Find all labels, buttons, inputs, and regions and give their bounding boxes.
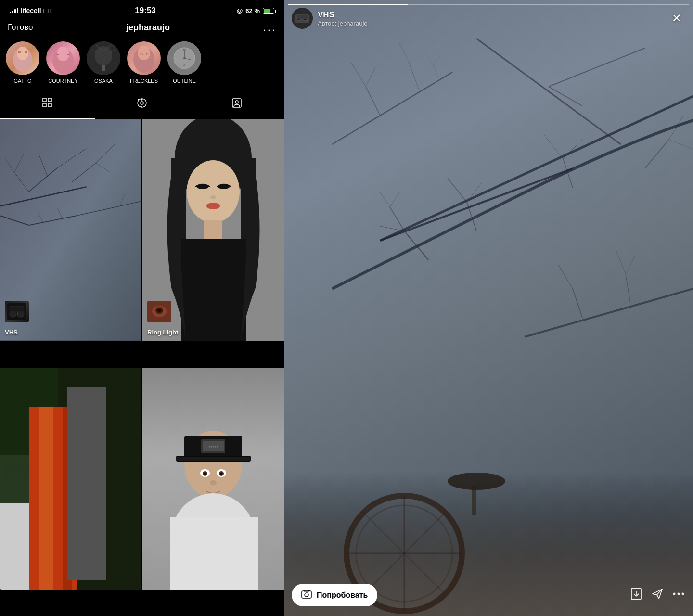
- svg-point-170: [682, 592, 684, 595]
- svg-point-37: [141, 99, 142, 100]
- try-filter-button[interactable]: Попробовать: [292, 584, 377, 606]
- svg-line-49: [5, 158, 14, 173]
- svg-point-145: [448, 473, 505, 490]
- svg-line-143: [363, 513, 445, 594]
- svg-line-150: [626, 274, 630, 303]
- svg-point-17: [141, 53, 142, 55]
- svg-line-117: [380, 226, 404, 231]
- svg-line-128: [351, 63, 366, 87]
- highlight-circle-gatto[interactable]: [6, 41, 39, 75]
- svg-line-136: [426, 53, 433, 65]
- highlights-section: GATTO COURTNEY: [0, 38, 284, 90]
- instagram-profile-panel: lifecell LTE 19:53 @ 62 % Готово jephara…: [0, 0, 284, 616]
- svg-point-18: [142, 54, 143, 55]
- svg-rect-157: [297, 15, 308, 19]
- highlight-label-freckles: FRECKLES: [130, 78, 158, 84]
- grid-item-outfit[interactable]: [0, 368, 141, 590]
- story-meta: VHS Автор: jepharaujo: [318, 10, 368, 27]
- svg-line-45: [58, 149, 87, 168]
- close-icon: ✕: [672, 12, 681, 25]
- svg-point-78: [157, 309, 161, 312]
- svg-line-134: [669, 140, 693, 149]
- svg-line-46: [38, 154, 48, 178]
- svg-line-48: [14, 154, 24, 173]
- highlight-item-courtney[interactable]: COURTNEY: [46, 41, 80, 84]
- tab-tagged[interactable]: [189, 90, 284, 119]
- svg-point-3: [25, 51, 27, 53]
- svg-line-118: [380, 192, 390, 207]
- grid-item-person[interactable]: ★★★★★: [142, 368, 284, 590]
- svg-point-70: [210, 195, 216, 199]
- profile-header: Готово jepharaujo ...: [0, 19, 284, 38]
- highlight-item-gatto[interactable]: GATTO: [6, 41, 39, 84]
- svg-rect-29: [43, 103, 46, 107]
- svg-line-122: [467, 183, 481, 202]
- try-button-label: Попробовать: [317, 591, 368, 600]
- highlight-circle-freckles[interactable]: [127, 41, 161, 75]
- status-bar-left: lifecell LTE: [10, 7, 54, 14]
- grid-tab-icon: [41, 97, 53, 111]
- grid-item-vhs[interactable]: VHS: [0, 119, 141, 341]
- send-story-button[interactable]: [651, 587, 664, 603]
- svg-point-19: [146, 53, 148, 55]
- svg-line-125: [563, 140, 582, 159]
- svg-rect-146: [472, 486, 476, 515]
- svg-line-144: [363, 513, 445, 594]
- reels-tab-icon: [136, 97, 148, 112]
- highlight-label-courtney: COURTNEY: [48, 78, 78, 84]
- highlight-circle-osaka[interactable]: [87, 41, 120, 75]
- tab-reels[interactable]: [95, 90, 190, 119]
- svg-point-10: [95, 46, 112, 65]
- svg-line-53: [0, 216, 29, 225]
- clock: 19:53: [135, 6, 155, 15]
- highlight-circle-courtney[interactable]: [46, 41, 80, 75]
- svg-line-115: [404, 231, 428, 260]
- signal-icon: [10, 8, 18, 13]
- svg-rect-27: [43, 98, 46, 102]
- highlight-label-osaka: OSAKA: [94, 78, 113, 84]
- svg-line-147: [525, 289, 693, 337]
- more-options-button[interactable]: ...: [263, 21, 276, 34]
- battery-icon: [263, 8, 274, 14]
- svg-line-54: [29, 216, 77, 225]
- more-story-button[interactable]: [672, 587, 685, 603]
- svg-rect-30: [48, 103, 51, 107]
- highlight-circle-outline[interactable]: 6 12: [167, 41, 201, 75]
- svg-rect-108: [170, 517, 258, 590]
- svg-point-5: [57, 47, 69, 61]
- highlight-label-outline: OUTLINE: [173, 78, 196, 84]
- svg-line-129: [366, 67, 375, 87]
- svg-point-2: [18, 51, 21, 53]
- svg-line-124: [544, 135, 563, 159]
- svg-point-168: [673, 592, 676, 595]
- svg-line-137: [433, 55, 440, 65]
- highlight-item-outline[interactable]: 6 12 OUTLINE: [167, 41, 201, 84]
- grid-item-portrait[interactable]: Ring Light: [142, 119, 284, 341]
- svg-point-102: [220, 473, 223, 475]
- svg-point-71: [206, 203, 220, 209]
- save-story-button[interactable]: [629, 587, 643, 603]
- camera-plus-icon: [301, 589, 312, 602]
- svg-line-44: [29, 167, 58, 192]
- svg-line-152: [626, 255, 635, 274]
- svg-line-130: [409, 63, 419, 89]
- highlight-item-freckles[interactable]: FRECKLES: [127, 41, 161, 84]
- svg-line-123: [563, 159, 573, 188]
- profile-tab-bar: [0, 90, 284, 119]
- profile-username: jepharaujo: [126, 23, 170, 33]
- battery-percent: 62 %: [245, 7, 260, 14]
- tab-grid[interactable]: [0, 90, 95, 119]
- svg-line-51: [96, 144, 115, 163]
- highlight-item-osaka[interactable]: OSAKA: [87, 41, 120, 84]
- story-avatar[interactable]: [292, 8, 313, 29]
- svg-line-57: [58, 208, 63, 218]
- svg-point-40: [235, 101, 238, 103]
- location-icon: @: [237, 7, 243, 14]
- svg-line-121: [448, 178, 467, 202]
- grid-label-vhs: VHS: [5, 329, 18, 336]
- story-title: VHS: [318, 10, 368, 20]
- grid-label-ring-light: Ring Light: [147, 329, 178, 336]
- close-story-button[interactable]: ✕: [668, 10, 685, 27]
- svg-rect-28: [48, 98, 51, 102]
- back-button[interactable]: Готово: [8, 23, 33, 32]
